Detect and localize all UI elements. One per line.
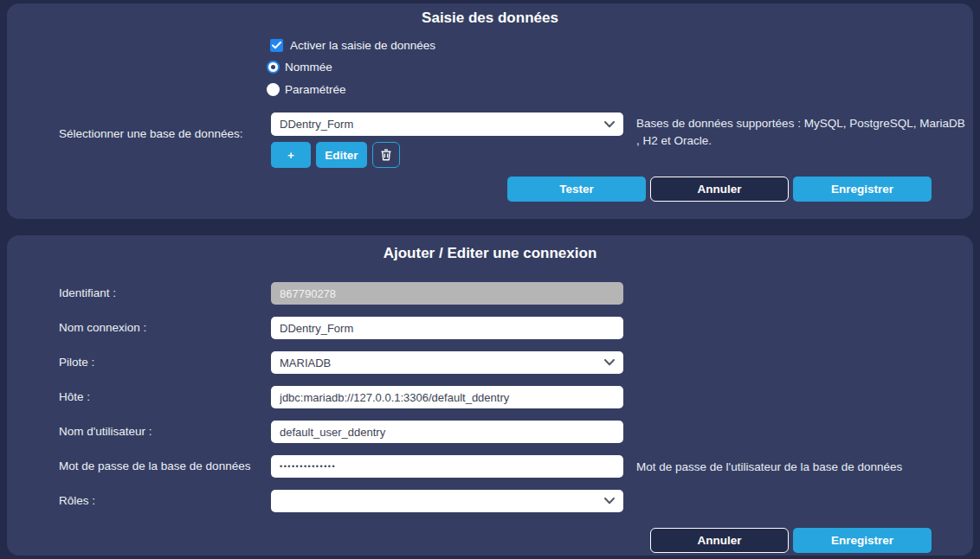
database-select[interactable]: DDentry_Form (271, 112, 623, 136)
enable-checkbox-label: Activer la saisie de données (290, 39, 435, 52)
pilote-select[interactable]: MARIADB (271, 351, 623, 374)
test-button[interactable]: Tester (507, 177, 646, 202)
nom-utilisateur-field[interactable] (271, 421, 623, 443)
data-entry-panel: Saisie des données Activer la saisie de … (7, 3, 973, 219)
radio-nommee-label: Nommée (285, 61, 332, 74)
pilote-label: Pilote : (59, 356, 94, 369)
delete-database-button[interactable] (372, 142, 400, 168)
chevron-down-icon (604, 121, 615, 128)
nom-connexion-field[interactable] (271, 317, 623, 339)
supported-databases-helper: Bases de données supportées : MySQL, Pos… (636, 115, 965, 150)
add-database-button[interactable]: + (271, 142, 311, 168)
radio-parametree-row: Paramétrée (267, 83, 346, 96)
trash-icon (380, 148, 392, 162)
hote-field[interactable] (271, 386, 623, 408)
nom-utilisateur-label: Nom d'utilisateur : (59, 425, 152, 438)
radio-parametree-label: Paramétrée (285, 83, 346, 96)
identifiant-field (271, 282, 623, 305)
enable-data-entry-row: Activer la saisie de données (270, 39, 435, 52)
save-button-top[interactable]: Enregistrer (793, 177, 932, 202)
roles-label: Rôles : (59, 494, 95, 507)
mot-de-passe-field[interactable] (271, 455, 623, 478)
cancel-button-bottom[interactable]: Annuler (650, 528, 789, 553)
check-icon (272, 42, 281, 49)
hote-label: Hôte : (59, 390, 90, 403)
radio-nommee[interactable] (267, 61, 280, 74)
database-select-label: Sélectionner une base de données: (59, 127, 242, 140)
enable-data-entry-checkbox[interactable] (270, 39, 283, 52)
pilote-select-value: MARIADB (280, 357, 331, 369)
radio-dot (271, 65, 275, 69)
helper-line-1: Bases de données supportées : MySQL, Pos… (636, 115, 965, 132)
connection-form-title: Ajouter / Editer une connexion (7, 245, 973, 262)
identifiant-label: Identifiant : (59, 286, 116, 299)
mot-de-passe-label: Mot de passe de la base de données (59, 459, 250, 472)
page-title: Saisie des données (7, 10, 973, 27)
roles-select[interactable] (271, 490, 623, 512)
chevron-down-icon (604, 359, 615, 366)
save-button-bottom[interactable]: Enregistrer (793, 528, 932, 553)
edit-database-button[interactable]: Editer (316, 142, 367, 168)
cancel-button-top[interactable]: Annuler (650, 177, 789, 202)
radio-parametree[interactable] (267, 83, 280, 96)
radio-nommee-row: Nommée (267, 61, 332, 74)
database-select-value: DDentry_Form (280, 118, 353, 131)
connection-form-panel: Ajouter / Editer une connexion Identifia… (7, 235, 973, 556)
chevron-down-icon (604, 498, 615, 504)
nom-connexion-label: Nom connexion : (59, 321, 146, 334)
helper-line-2: , H2 et Oracle. (636, 132, 965, 150)
password-helper: Mot de passe de l'utilisateur de la base… (636, 459, 965, 476)
